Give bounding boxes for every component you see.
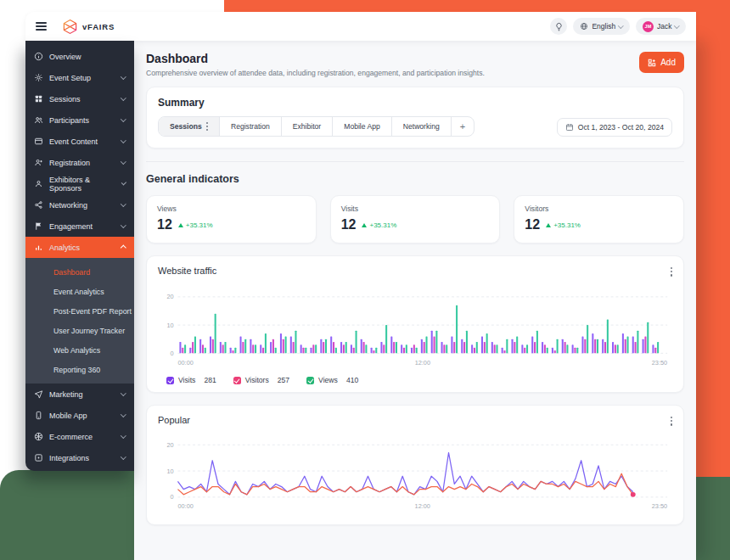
legend-value: 281 <box>204 376 216 384</box>
tab-menu-icon[interactable] <box>206 122 208 132</box>
submenu-item-event-analytics[interactable]: Event Analytics <box>25 282 134 301</box>
sidebar-item-exhibitors[interactable]: Exhibitors & Sponsors <box>25 173 134 194</box>
sidebar-item-event-content[interactable]: Event Content <box>25 131 134 152</box>
chevron-down-icon <box>121 201 126 206</box>
card-menu-icon[interactable] <box>671 417 672 426</box>
language-selector[interactable]: English <box>573 18 629 35</box>
tab-label: Registration <box>231 117 270 136</box>
chevron-up-icon <box>121 245 126 250</box>
legend-item-visits[interactable]: Visits 281 <box>166 376 216 384</box>
sidebar-item-ecommerce[interactable]: E-commerce <box>25 426 134 447</box>
package-icon <box>34 432 43 441</box>
tab-registration[interactable]: Registration <box>220 117 282 136</box>
website-traffic-card: Website traffic 0102000:0012:0023:50 Vis… <box>146 255 684 393</box>
svg-text:12:00: 12:00 <box>415 502 430 510</box>
svg-text:00:00: 00:00 <box>177 502 193 510</box>
checkbox-visits[interactable] <box>166 377 174 384</box>
section-divider <box>146 161 684 162</box>
chevron-down-icon <box>121 390 126 395</box>
analytics-submenu: Dashboard Event Analytics Post-Event PDF… <box>25 258 134 384</box>
chevron-down-icon <box>121 412 126 417</box>
hamburger-menu-icon[interactable] <box>36 22 47 31</box>
chevron-down-icon <box>121 116 126 121</box>
svg-text:20: 20 <box>166 441 173 449</box>
website-traffic-chart: 0102000:0012:0023:50 <box>158 279 672 374</box>
submenu-item-user-journey-tracker[interactable]: User Journey Tracker <box>25 321 134 340</box>
user-menu[interactable]: JM Jack <box>636 18 686 35</box>
svg-text:10: 10 <box>166 322 173 329</box>
submenu-label: Dashboard <box>53 268 90 277</box>
sidebar-item-mobile-app[interactable]: Mobile App <box>25 405 134 426</box>
brand-logo[interactable]: vFAIRS <box>62 19 115 35</box>
trend-up-icon <box>546 223 551 227</box>
tab-sessions[interactable]: Sessions <box>159 117 220 136</box>
indicator-label: Visits <box>341 204 490 213</box>
trend-up-icon <box>362 223 367 227</box>
tab-mobile-app[interactable]: Mobile App <box>333 117 392 136</box>
sidebar-item-analytics[interactable]: Analytics <box>25 237 134 258</box>
svg-text:12:00: 12:00 <box>415 359 430 367</box>
add-button[interactable]: Add <box>639 52 684 73</box>
submenu-item-web-analytics[interactable]: Web Analytics <box>25 340 134 360</box>
checkbox-views[interactable] <box>306 377 314 384</box>
chevron-down-icon <box>121 433 126 438</box>
brand-name: vFAIRS <box>82 22 115 31</box>
card-menu-icon[interactable] <box>671 267 672 277</box>
sidebar-item-label: Mobile App <box>49 412 87 420</box>
date-range-picker[interactable]: Oct 1, 2023 - Oct 20, 2024 <box>557 118 672 137</box>
person-icon <box>34 179 43 188</box>
sidebar-item-registration[interactable]: Registration <box>25 152 134 173</box>
plugin-icon <box>34 453 43 462</box>
indicator-delta: +35.31% <box>546 221 581 229</box>
avatar: JM <box>643 21 654 32</box>
sidebar-item-overview[interactable]: Overview <box>25 46 134 67</box>
legend-item-visitors[interactable]: Visitors 257 <box>233 376 289 384</box>
sidebar-item-marketing[interactable]: Marketing <box>25 384 134 405</box>
checkbox-visitors[interactable] <box>233 377 241 384</box>
summary-card: Summary Sessions Registration Exhibitor … <box>146 87 684 148</box>
chevron-down-icon <box>121 180 126 185</box>
indicator-value: 12 <box>341 217 357 232</box>
submenu-label: Web Analytics <box>53 346 100 355</box>
sidebar-item-sessions[interactable]: Sessions <box>25 88 134 109</box>
tips-button[interactable] <box>550 18 567 35</box>
sidebar-item-engagement[interactable]: Engagement <box>25 216 134 237</box>
sidebar-item-label: Marketing <box>49 390 83 399</box>
date-range-label: Oct 1, 2023 - Oct 20, 2024 <box>578 123 664 132</box>
chevron-down-icon <box>121 454 126 459</box>
submenu-item-post-event-pdf-report[interactable]: Post-Event PDF Report <box>25 301 134 321</box>
legend-label: Visitors <box>245 376 269 384</box>
page-title: Dashboard <box>146 52 684 65</box>
add-tab-button[interactable]: + <box>452 117 474 136</box>
sidebar-item-label: Participants <box>49 116 89 125</box>
sidebar-item-label: Exhibitors & Sponsors <box>49 176 116 193</box>
submenu-label: Reporting 360 <box>53 366 100 374</box>
popular-chart: 0102000:0012:0023:50 <box>158 428 672 517</box>
sidebar-item-label: Analytics <box>49 244 80 252</box>
content-card-icon <box>34 137 43 146</box>
traffic-legend: Visits 281 Visitors 257 Views 410 <box>158 376 672 384</box>
sidebar-item-integrations[interactable]: Integrations <box>25 447 134 468</box>
tab-label: Networking <box>403 117 440 136</box>
submenu-item-dashboard[interactable]: Dashboard <box>25 262 134 282</box>
lightbulb-icon <box>554 22 564 31</box>
indicator-delta: +35.31% <box>178 221 213 229</box>
indicator-card-visitors: Visitors 12 +35.31% <box>514 195 684 244</box>
grid-icon <box>34 94 43 104</box>
sidebar: Overview Event Setup Sessions Participan… <box>25 41 134 471</box>
flag-icon <box>34 221 43 231</box>
legend-item-views[interactable]: Views 410 <box>306 376 358 384</box>
trend-up-icon <box>178 223 183 227</box>
sidebar-item-participants[interactable]: Participants <box>25 109 134 131</box>
tab-exhibitor[interactable]: Exhibitor <box>282 117 333 136</box>
tab-networking[interactable]: Networking <box>392 117 452 136</box>
chevron-down-icon <box>121 74 126 79</box>
sidebar-item-label: Integrations <box>49 454 89 462</box>
bar-chart-icon <box>34 243 43 252</box>
sidebar-item-label: Networking <box>49 201 87 210</box>
sidebar-item-networking[interactable]: Networking <box>25 194 134 216</box>
submenu-item-reporting-360[interactable]: Reporting 360 <box>25 360 134 379</box>
submenu-label: Post-Event PDF Report <box>53 307 132 316</box>
submenu-label: Event Analytics <box>53 288 104 296</box>
sidebar-item-event-setup[interactable]: Event Setup <box>25 67 134 88</box>
